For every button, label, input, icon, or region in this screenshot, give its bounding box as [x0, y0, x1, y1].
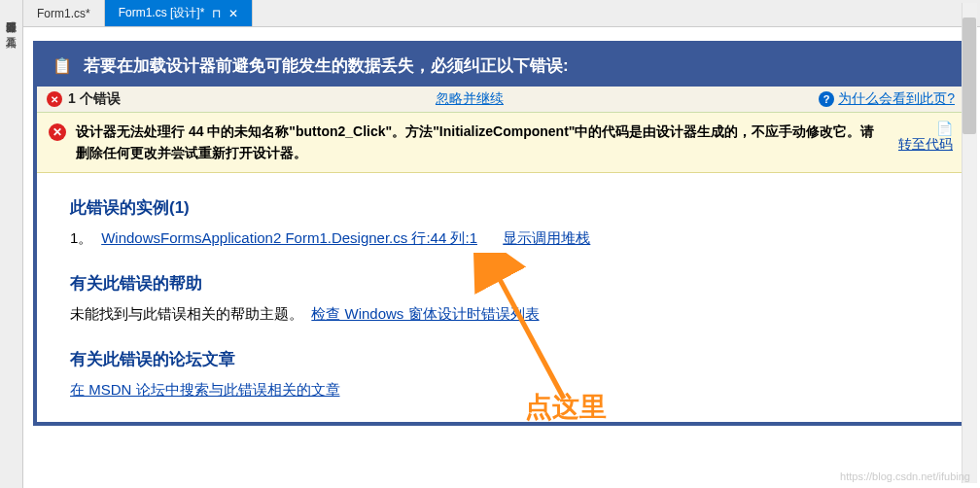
- tab-form1-design[interactable]: Form1.cs [设计]* ⊓ ✕: [105, 0, 254, 26]
- sidebar-tab-server-explorer[interactable]: 服务器资源管理器: [2, 8, 20, 19]
- ignore-continue-link[interactable]: 忽略并继续: [436, 90, 504, 106]
- instance-line: 1。 WindowsFormsApplication2 Form1.Design…: [70, 225, 945, 251]
- error-subbar: ✕ 1 个错误 忽略并继续 ? 为什么会看到此页?: [37, 87, 964, 113]
- instances-heading: 此错误的实例(1): [70, 196, 945, 219]
- help-link[interactable]: 检查 Windows 窗体设计时错误列表: [311, 305, 539, 322]
- help-icon: ?: [819, 91, 834, 107]
- help-heading: 有关此错误的帮助: [70, 272, 945, 295]
- error-count-text: 1 个错误: [68, 90, 121, 108]
- error-badge-icon: ✕: [47, 91, 62, 107]
- pin-icon[interactable]: ⊓: [212, 7, 221, 20]
- subbar-right: ? 为什么会看到此页?: [819, 90, 955, 108]
- error-icon: ✕: [49, 123, 66, 141]
- why-page-link[interactable]: 为什么会看到此页?: [838, 90, 955, 108]
- main-area: Form1.cs* Form1.cs [设计]* ⊓ ✕ 📋 若要在加载设计器前…: [23, 0, 980, 488]
- clipboard-error-icon: 📋: [52, 56, 72, 76]
- error-count: ✕ 1 个错误: [47, 90, 121, 108]
- error-body: 此错误的实例(1) 1。 WindowsFormsApplication2 Fo…: [37, 173, 964, 422]
- scrollbar-thumb[interactable]: [962, 17, 976, 134]
- close-icon[interactable]: ✕: [228, 7, 238, 20]
- forum-heading: 有关此错误的论坛文章: [70, 348, 945, 370]
- instance-file-link[interactable]: WindowsFormsApplication2 Form1.Designer.…: [101, 229, 477, 246]
- help-line: 未能找到与此错误相关的帮助主题。 检查 Windows 窗体设计时错误列表: [70, 300, 945, 327]
- tab-form1-cs[interactable]: Form1.cs*: [23, 0, 105, 26]
- error-detail-row: ✕ 设计器无法处理行 44 中的未知名称"button2_Click"。方法"I…: [37, 113, 964, 173]
- error-panel: 📋 若要在加载设计器前避免可能发生的数据丢失，必须纠正以下错误: ✕ 1 个错误…: [33, 41, 968, 426]
- forum-line: 在 MSDN 论坛中搜索与此错误相关的文章: [70, 376, 945, 402]
- header-title: 若要在加载设计器前避免可能发生的数据丢失，必须纠正以下错误:: [84, 54, 569, 77]
- tab-label: Form1.cs*: [37, 7, 90, 20]
- show-callstack-link[interactable]: 显示调用堆栈: [503, 229, 590, 246]
- instance-number: 1。: [70, 225, 97, 251]
- designer-error-pane: 📋 若要在加载设计器前避免可能发生的数据丢失，必须纠正以下错误: ✕ 1 个错误…: [23, 27, 980, 488]
- document-tabbar: Form1.cs* Form1.cs [设计]* ⊓ ✕: [23, 0, 980, 27]
- panel-header: 📋 若要在加载设计器前避免可能发生的数据丢失，必须纠正以下错误:: [37, 45, 964, 87]
- forum-link[interactable]: 在 MSDN 论坛中搜索与此错误相关的文章: [70, 381, 340, 398]
- subbar-center: 忽略并继续: [121, 90, 820, 108]
- tab-label: Form1.cs [设计]*: [119, 5, 205, 21]
- error-message: 设计器无法处理行 44 中的未知名称"button2_Click"。方法"Ini…: [76, 121, 877, 164]
- watermark: https://blog.csdn.net/ifubing: [840, 471, 970, 482]
- sidebar-left: 服务器资源管理器 工具箱: [0, 0, 23, 488]
- goto-code-icon: 📄: [936, 121, 953, 136]
- goto-code-link[interactable]: 转至代码: [898, 136, 953, 152]
- sidebar-tab-toolbox[interactable]: 工具箱: [2, 23, 20, 35]
- help-text: 未能找到与此错误相关的帮助主题。: [70, 305, 303, 322]
